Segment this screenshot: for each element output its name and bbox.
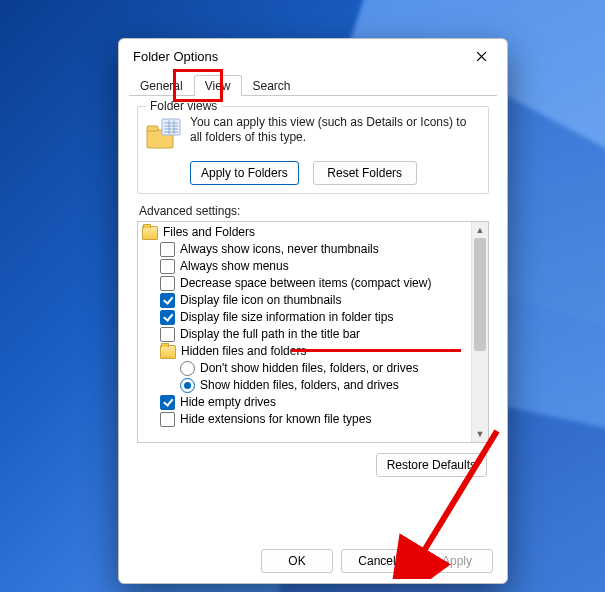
reset-folders-button[interactable]: Reset Folders (313, 161, 417, 185)
apply-to-folders-button[interactable]: Apply to Folders (190, 161, 299, 185)
tab-bar: General View Search (129, 73, 497, 96)
scroll-thumb[interactable] (474, 238, 486, 351)
tree-item-hide-empty-drives[interactable]: Hide empty drives (140, 394, 471, 411)
tab-general[interactable]: General (129, 75, 194, 96)
apply-button[interactable]: Apply (421, 549, 493, 573)
checkbox-icon[interactable] (160, 242, 175, 257)
close-button[interactable] (461, 42, 501, 70)
dialog-title: Folder Options (133, 49, 461, 64)
folder-options-icon (146, 117, 182, 151)
checkbox-icon[interactable] (160, 310, 175, 325)
advanced-settings-label: Advanced settings: (139, 204, 489, 218)
cancel-button[interactable]: Cancel (341, 549, 413, 573)
tree-folder-label: Files and Folders (163, 224, 255, 241)
svg-rect-1 (147, 126, 158, 131)
tree-folder-hidden-files[interactable]: Hidden files and folders (140, 343, 471, 360)
tree-radio-show-hidden[interactable]: Show hidden files, folders, and drives (140, 377, 471, 394)
scroll-up-button[interactable]: ▲ (472, 222, 488, 238)
folder-views-group: Folder views You can apply this view (su… (137, 106, 489, 194)
restore-defaults-button[interactable]: Restore Defaults (376, 453, 487, 477)
folder-icon (160, 345, 176, 359)
folder-options-dialog: Folder Options General View Search Folde… (118, 38, 508, 584)
tree-body[interactable]: Files and Folders Always show icons, nev… (138, 222, 471, 442)
checkbox-icon[interactable] (160, 395, 175, 410)
tab-page-view: Folder views You can apply this view (su… (129, 96, 497, 477)
radio-icon[interactable] (180, 361, 195, 376)
radio-icon[interactable] (180, 378, 195, 393)
folder-views-legend: Folder views (146, 99, 221, 113)
tree-item-display-file-size[interactable]: Display file size information in folder … (140, 309, 471, 326)
tree-radio-dont-show-hidden[interactable]: Don't show hidden files, folders, or dri… (140, 360, 471, 377)
titlebar[interactable]: Folder Options (119, 39, 507, 73)
ok-button[interactable]: OK (261, 549, 333, 573)
checkbox-icon[interactable] (160, 276, 175, 291)
close-icon (476, 51, 487, 62)
tree-item-hide-extensions[interactable]: Hide extensions for known file types (140, 411, 471, 428)
checkbox-icon[interactable] (160, 259, 175, 274)
folder-views-description: You can apply this view (such as Details… (190, 115, 480, 151)
tree-item-full-path-titlebar[interactable]: Display the full path in the title bar (140, 326, 471, 343)
tree-item-compact-view[interactable]: Decrease space between items (compact vi… (140, 275, 471, 292)
dialog-button-row: OK Cancel Apply (119, 549, 507, 573)
scroll-down-button[interactable]: ▼ (472, 426, 488, 442)
tab-view[interactable]: View (194, 75, 242, 96)
checkbox-icon[interactable] (160, 293, 175, 308)
svg-rect-2 (162, 119, 180, 135)
tab-search[interactable]: Search (242, 75, 302, 96)
checkbox-icon[interactable] (160, 412, 175, 427)
scroll-track[interactable] (472, 238, 488, 426)
folder-icon (142, 226, 158, 240)
tree-item-always-show-icons[interactable]: Always show icons, never thumbnails (140, 241, 471, 258)
desktop-background: Folder Options General View Search Folde… (0, 0, 605, 592)
tree-item-display-file-icon[interactable]: Display file icon on thumbnails (140, 292, 471, 309)
advanced-settings-tree: Files and Folders Always show icons, nev… (137, 221, 489, 443)
checkbox-icon[interactable] (160, 327, 175, 342)
tree-folder-files-and-folders[interactable]: Files and Folders (140, 224, 471, 241)
tree-item-always-show-menus[interactable]: Always show menus (140, 258, 471, 275)
tree-scrollbar[interactable]: ▲ ▼ (471, 222, 488, 442)
